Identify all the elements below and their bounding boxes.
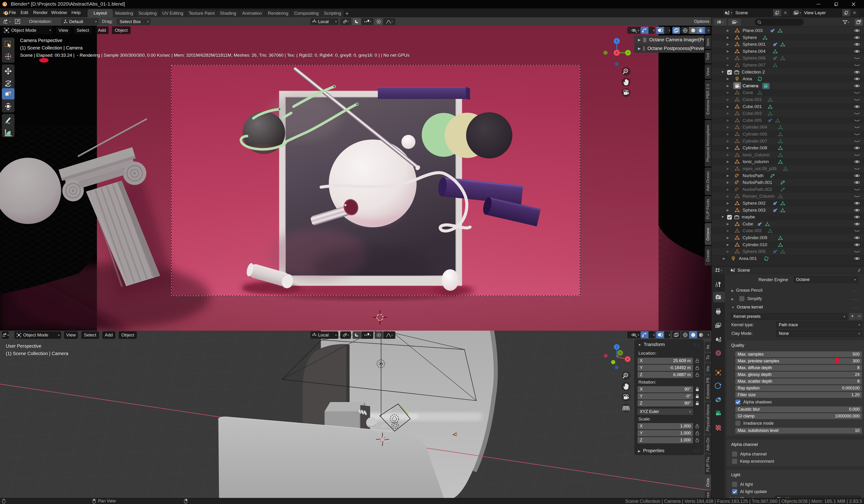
svg-text:Y: Y [627, 51, 629, 54]
svg-text:X: X [615, 51, 618, 54]
svg-text:Z: Z [616, 345, 618, 349]
svg-text:Y: Y [619, 351, 621, 355]
svg-text:X: X [626, 357, 629, 361]
svg-text:Z: Z [616, 39, 618, 43]
